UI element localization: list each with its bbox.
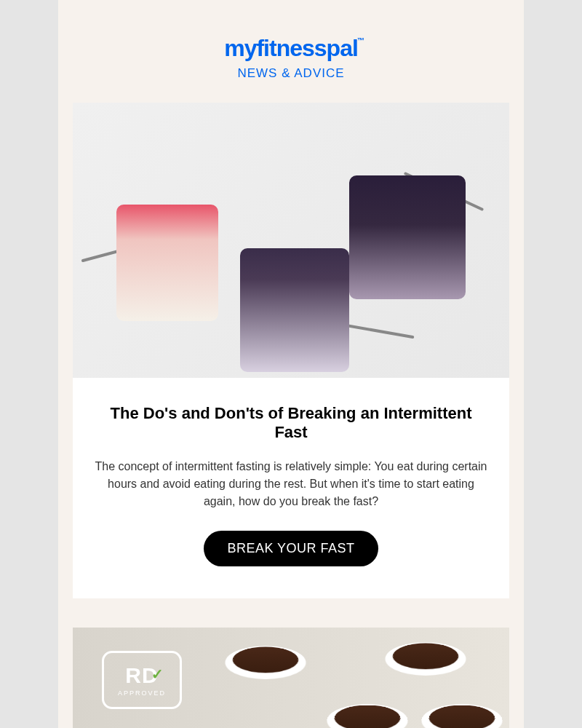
checkmark-icon: ✓ [151, 665, 163, 677]
cta-button-break-fast[interactable]: BREAK YOUR FAST [204, 531, 378, 566]
article-card-1: The Do's and Don'ts of Breaking an Inter… [73, 103, 509, 598]
jar-strawberry [116, 205, 218, 321]
card-content: The Do's and Don'ts of Breaking an Inter… [73, 378, 509, 598]
email-container: myfitnesspal™ NEWS & ADVICE The Do's and… [58, 0, 524, 728]
brand-logo[interactable]: myfitnesspal™ [224, 35, 358, 62]
tagline: NEWS & ADVICE [73, 66, 509, 81]
article-body: The concept of intermittent fasting is r… [95, 458, 487, 510]
rd-badge-main: RD ✓ [125, 663, 158, 688]
logo-text: myfitnesspal [224, 35, 358, 61]
hero-image-oats[interactable] [73, 103, 509, 378]
hero-image-cups[interactable]: RD ✓ APPROVED [73, 628, 509, 728]
article-card-2: RD ✓ APPROVED [73, 628, 509, 728]
jar-blueberry [349, 175, 466, 299]
rd-approved-badge: RD ✓ APPROVED [102, 651, 182, 709]
article-title[interactable]: The Do's and Don'ts of Breaking an Inter… [95, 404, 487, 442]
header: myfitnesspal™ NEWS & ADVICE [58, 0, 524, 103]
trademark-symbol: ™ [357, 36, 364, 44]
rd-badge-sub: APPROVED [118, 689, 166, 697]
jar-blueberry-granola [240, 248, 349, 372]
